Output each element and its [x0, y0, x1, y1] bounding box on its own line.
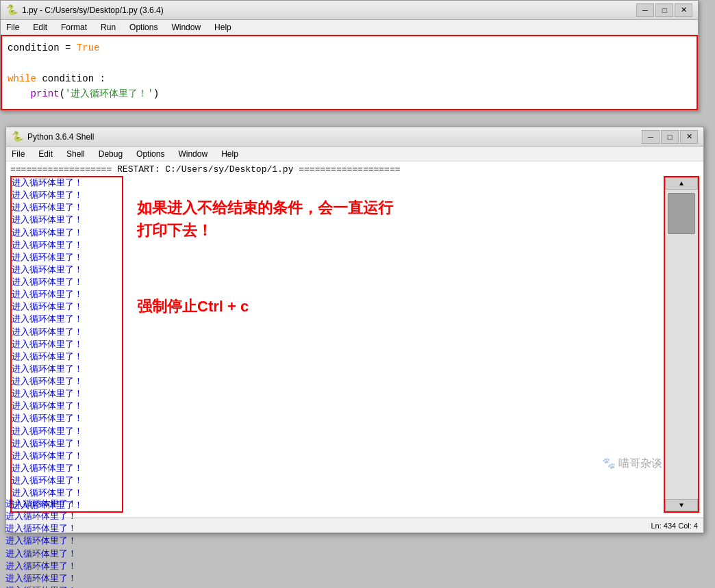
- code-line-4: print('进入循环体里了！'): [8, 86, 691, 101]
- list-item: 进入循环体里了！: [12, 363, 122, 376]
- menu-help[interactable]: Help: [212, 23, 234, 32]
- list-item: 进入循环体里了！: [12, 227, 122, 240]
- list-item: 进入循环体里了！: [5, 523, 125, 535]
- scrollbar-thumb[interactable]: [668, 193, 695, 234]
- menu-window[interactable]: Window: [168, 23, 203, 32]
- menu-options[interactable]: Options: [127, 23, 160, 32]
- shell-icon: 🐍: [12, 131, 23, 142]
- editor-close-btn[interactable]: ✕: [675, 3, 692, 17]
- shell-titlebar-controls: ─ □ ✕: [642, 130, 698, 144]
- list-item: 进入循环体里了！: [12, 190, 122, 202]
- list-item: 进入循环体里了！: [5, 585, 125, 588]
- list-item: 进入循环体里了！: [5, 498, 125, 511]
- list-item: 进入循环体里了！: [5, 561, 125, 573]
- output-lines-box: 进入循环体里了！ 进入循环体里了！ 进入循环体里了！ 进入循环体里了！ 进入循环…: [10, 176, 123, 513]
- list-item: 进入循环体里了！: [12, 264, 122, 277]
- editor-titlebar: 🐍 1.py - C:/Users/sy/Desktop/1.py (3.6.4…: [1, 1, 698, 20]
- annotation-text-2: 强制停止Ctrl + c: [137, 296, 650, 317]
- list-item: 进入循环体里了！: [12, 413, 122, 425]
- menu-run[interactable]: Run: [98, 23, 118, 32]
- shell-menu-debug[interactable]: Debug: [96, 149, 125, 159]
- list-item: 进入循环体里了！: [12, 202, 122, 214]
- list-item: 进入循环体里了！: [12, 240, 122, 252]
- scrollbar-track[interactable]: [665, 190, 698, 499]
- editor-titlebar-left: 🐍 1.py - C:/Users/sy/Desktop/1.py (3.6.4…: [6, 4, 164, 16]
- menu-file[interactable]: File: [3, 23, 22, 32]
- editor-icon: 🐍: [6, 4, 18, 16]
- editor-code-area[interactable]: condition = True while condition : print…: [1, 35, 698, 110]
- watermark-logo: 🐾 喵哥杂谈: [602, 457, 662, 471]
- shell-maximize-btn[interactable]: □: [661, 130, 679, 144]
- list-item: 进入循环体里了！: [5, 511, 125, 523]
- list-item: 进入循环体里了！: [12, 214, 122, 227]
- shell-output-area[interactable]: =================== RESTART: C:/Users/sy…: [6, 162, 703, 517]
- annotation-area: 如果进入不给结束的条件，会一直运行打印下去！ 强制停止Ctrl + c: [123, 176, 664, 513]
- shell-close-btn[interactable]: ✕: [680, 130, 698, 144]
- list-item: 进入循环体里了！: [12, 450, 122, 463]
- editor-menubar: File Edit Format Run Options Window Help: [1, 20, 698, 35]
- list-item: 进入循环体里了！: [12, 277, 122, 289]
- list-item: 进入循环体里了！: [12, 289, 122, 301]
- editor-title: 1.py - C:/Users/sy/Desktop/1.py (3.6.4): [22, 5, 164, 15]
- shell-menu-options[interactable]: Options: [134, 149, 167, 159]
- status-ln-col: Ln: 434 Col: 4: [651, 522, 699, 530]
- shell-menu-edit[interactable]: Edit: [36, 149, 55, 159]
- list-item: 进入循环体里了！: [12, 475, 122, 487]
- list-item: 进入循环体里了！: [12, 252, 122, 264]
- scrollbar-up-arrow[interactable]: ▲: [665, 177, 698, 190]
- restart-line: =================== RESTART: C:/Users/sy…: [10, 164, 699, 175]
- code-line-2: [8, 55, 691, 71]
- list-item: 进入循环体里了！: [5, 535, 125, 548]
- list-item: 进入循环体里了！: [12, 376, 122, 388]
- output-area: 进入循环体里了！ 进入循环体里了！ 进入循环体里了！ 进入循环体里了！ 进入循环…: [10, 176, 699, 513]
- shell-titlebar-left: 🐍 Python 3.6.4 Shell: [12, 131, 94, 142]
- shell-titlebar: 🐍 Python 3.6.4 Shell ─ □ ✕: [6, 127, 703, 146]
- shell-menubar: File Edit Shell Debug Options Window Hel…: [6, 146, 703, 162]
- shell-menu-help[interactable]: Help: [218, 149, 241, 159]
- editor-maximize-btn[interactable]: □: [655, 3, 673, 17]
- shell-menu-shell[interactable]: Shell: [64, 149, 88, 159]
- list-item: 进入循环体里了！: [12, 314, 122, 326]
- list-item: 进入循环体里了！: [12, 301, 122, 314]
- list-item: 进入循环体里了！: [5, 573, 125, 585]
- menu-format[interactable]: Format: [58, 23, 90, 32]
- list-item: 进入循环体里了！: [12, 388, 122, 400]
- annotation-text-1: 如果进入不给结束的条件，会一直运行打印下去！: [137, 196, 650, 242]
- scrollbar-area[interactable]: ▲ ▼: [664, 176, 699, 513]
- list-item: 进入循环体里了！: [12, 351, 122, 363]
- editor-window: 🐍 1.py - C:/Users/sy/Desktop/1.py (3.6.4…: [0, 0, 699, 111]
- shell-menu-window[interactable]: Window: [175, 149, 210, 159]
- scrollbar-down-arrow[interactable]: ▼: [665, 499, 698, 511]
- shell-menu-file[interactable]: File: [9, 149, 27, 159]
- list-item: 进入循环体里了！: [5, 548, 125, 561]
- code-line-3: while condition :: [8, 71, 691, 86]
- list-item: 进入循环体里了！: [12, 177, 122, 190]
- shell-title: Python 3.6.4 Shell: [27, 132, 94, 142]
- editor-minimize-btn[interactable]: ─: [636, 3, 654, 17]
- menu-edit[interactable]: Edit: [30, 23, 50, 32]
- editor-titlebar-controls: ─ □ ✕: [636, 3, 692, 17]
- list-item: 进入循环体里了！: [12, 327, 122, 339]
- shell-window: 🐍 Python 3.6.4 Shell ─ □ ✕ File Edit She…: [5, 127, 704, 533]
- below-shell-output: 进入循环体里了！ 进入循环体里了！ 进入循环体里了！ 进入循环体里了！ 进入循环…: [5, 498, 125, 588]
- list-item: 进入循环体里了！: [12, 339, 122, 351]
- list-item: 进入循环体里了！: [12, 400, 122, 413]
- list-item: 进入循环体里了！: [12, 426, 122, 438]
- list-item: 进入循环体里了！: [12, 438, 122, 450]
- shell-minimize-btn[interactable]: ─: [642, 130, 660, 144]
- code-line-1: condition = True: [8, 40, 691, 55]
- list-item: 进入循环体里了！: [12, 463, 122, 475]
